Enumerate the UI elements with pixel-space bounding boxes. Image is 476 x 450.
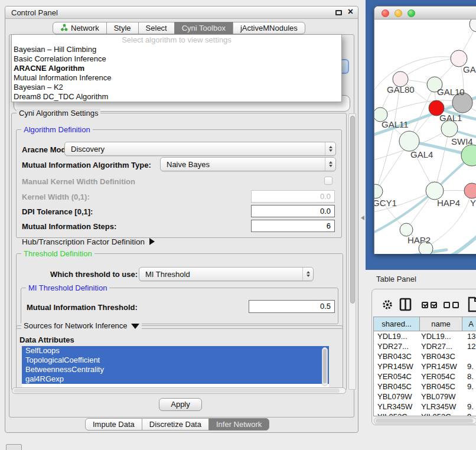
gear-icon[interactable]	[382, 299, 393, 313]
sources-title[interactable]: Sources for Network Inference	[21, 321, 142, 330]
attributes-list-scrollbar-thumb[interactable]	[323, 349, 327, 383]
mi-algorithm-type-value: Naive Bayes	[167, 160, 210, 169]
manual-kernel-width-checkbox[interactable]	[324, 177, 332, 185]
threshold-definition-title: Threshold Definition	[21, 249, 94, 258]
network-edge[interactable]	[435, 129, 449, 191]
checked-box-icon	[422, 302, 428, 308]
table-horizontal-scrollbar-thumb[interactable]	[376, 419, 473, 423]
bottom-tab-impute-data[interactable]: Impute Data	[85, 418, 142, 431]
apply-button[interactable]: Apply	[159, 398, 202, 411]
deselect-all-checks-icon[interactable]	[444, 302, 459, 308]
collapsed-arrow-icon	[149, 238, 155, 245]
mi-threshold-field[interactable]: 0.5	[249, 300, 335, 313]
aracne-mode-combo[interactable]: Discovery	[64, 142, 336, 156]
table-cell: YDR27...	[420, 341, 462, 351]
settings-vertical-scrollbar[interactable]	[348, 113, 356, 390]
tab-select[interactable]: Select	[138, 22, 175, 34]
column-header-name[interactable]: name	[420, 317, 462, 331]
network-node-label: GAL	[463, 64, 476, 74]
close-icon[interactable]: ×	[348, 6, 353, 17]
table-row[interactable]: YDR27...YDR27...12	[374, 341, 476, 351]
network-edge[interactable]	[400, 58, 459, 79]
network-node-hap4[interactable]	[426, 182, 444, 200]
table-row[interactable]: YBL079WYBL079W	[374, 392, 476, 402]
algorithm-option-dream8-dc-tdc-algorithm[interactable]: Dream8 DC_TDC Algorithm	[12, 92, 341, 102]
hub-transcription-factor-label: Hub/Transcription Factor Definition	[22, 237, 145, 246]
table-row[interactable]: YPR145WYPR145W9.	[374, 361, 476, 371]
kernel-width-field[interactable]: 0.0	[251, 190, 335, 203]
attribute-item-selfloops[interactable]: SelfLoops	[22, 346, 329, 356]
float-window-icon[interactable]	[335, 10, 342, 15]
network-node-label: GAL4	[410, 149, 433, 159]
table-row[interactable]: YDL19...YDL19...13	[374, 331, 476, 341]
table-cell: YBR045C	[374, 381, 420, 392]
column-header-a[interactable]: A	[462, 317, 476, 331]
network-node[interactable]	[441, 120, 458, 137]
network-edge[interactable]	[374, 250, 446, 254]
table-row[interactable]: YER054CYER054C8.	[374, 371, 476, 381]
table-cell: YBR043C	[374, 351, 420, 361]
table-cell: YPR145W	[420, 361, 462, 371]
table-row[interactable]: YLR345WYLR345W9.	[374, 402, 476, 412]
table-row[interactable]: YIL052CYIL052C9	[374, 412, 476, 416]
network-node-y[interactable]	[464, 183, 476, 198]
columns-icon[interactable]	[399, 298, 412, 314]
select-all-checks-icon[interactable]	[422, 302, 437, 308]
tab-style[interactable]: Style	[106, 22, 139, 34]
network-node-label: GAL11	[382, 119, 409, 129]
which-threshold-value: MI Threshold	[145, 270, 190, 279]
attribute-item-betweennesscentrality[interactable]: BetweennessCentrality	[22, 365, 329, 374]
network-edge[interactable]	[451, 234, 476, 254]
dpi-tolerance-field[interactable]: 0.0	[251, 205, 335, 217]
network-node-hap2[interactable]	[400, 223, 413, 236]
table-cell: 13	[462, 331, 476, 341]
settings-vertical-scrollbar-thumb[interactable]	[350, 116, 355, 304]
table-row[interactable]: YBR045CYBR045C9.	[374, 381, 476, 392]
mi-steps-field[interactable]: 6	[251, 220, 335, 232]
column-header-shared[interactable]: shared...	[374, 317, 420, 331]
splitter-collapse-icon[interactable]	[361, 216, 364, 220]
network-node-gcy1[interactable]	[374, 184, 383, 198]
control-panel-title: Control Panel	[11, 8, 58, 17]
table-cell: YBL079W	[420, 392, 462, 402]
table-row[interactable]: YBR043CYBR043C	[374, 351, 476, 361]
tab-cyni-toolbox[interactable]: Cyni Toolbox	[174, 22, 233, 34]
mi-algorithm-type-combo[interactable]: Naive Bayes	[160, 157, 336, 171]
bottom-tab-discretize-data[interactable]: Discretize Data	[142, 418, 209, 431]
tab-network[interactable]: Network	[53, 22, 107, 34]
settings-horizontal-scrollbar[interactable]	[12, 387, 346, 394]
aracne-mode-value: Discovery	[71, 145, 105, 154]
network-node-gal4[interactable]	[399, 131, 419, 151]
network-window-titlebar[interactable]	[374, 6, 476, 19]
algorithm-dropdown: Select algorithm to view settings Bayesi…	[11, 34, 342, 102]
zoom-traffic-light-icon[interactable]	[407, 9, 415, 17]
hub-transcription-factor-section[interactable]: Hub/Transcription Factor Definition	[22, 237, 155, 246]
tab-jactivemnodules[interactable]: jActiveMNodules	[233, 22, 305, 34]
floating-grip-button[interactable]	[6, 444, 22, 450]
attribute-item-topologicalcoefficient[interactable]: TopologicalCoefficient	[22, 356, 329, 365]
minimize-traffic-light-icon[interactable]	[395, 9, 402, 17]
cyni-algorithm-settings-title: Cyni Algorithm Settings	[17, 109, 100, 118]
network-node-label: SWI4	[451, 136, 473, 146]
algorithm-option-aracne-algorithm[interactable]: ARACNE Algorithm	[12, 64, 341, 73]
algorithm-option-basic-correlation-inference[interactable]: Basic Correlation Inference	[12, 54, 341, 64]
network-canvas[interactable]: GALGAL80GAL10GAL1GAL11GAL4SWI4GCY1HAP4YH…	[374, 19, 476, 254]
table-cell: YDR27...	[374, 341, 420, 351]
which-threshold-combo[interactable]: MI Threshold	[139, 267, 314, 281]
new-table-icon[interactable]	[468, 296, 476, 315]
algorithm-option-bayesian-hill-climbing[interactable]: Bayesian – Hill Climbing	[12, 45, 341, 54]
table-horizontal-scrollbar[interactable]	[374, 418, 476, 424]
table-cell: 9	[462, 412, 476, 416]
sources-title-text: Sources for Network Inference	[24, 321, 128, 330]
table-cell: YER054C	[420, 371, 462, 381]
attributes-list-scrollbar[interactable]	[322, 347, 328, 386]
algorithm-option-bayesian-k2[interactable]: Bayesian – K2	[12, 83, 341, 92]
network-node[interactable]	[470, 19, 476, 32]
app-root: Control Panel × NetworkStyleSelectCyni T…	[0, 0, 476, 450]
close-traffic-light-icon[interactable]	[382, 9, 389, 17]
attribute-item-gal4rgexp[interactable]: gal4RGexp	[22, 374, 329, 384]
bottom-tab-infer-network[interactable]: Infer Network	[208, 418, 269, 431]
kernel-width-label: Kernel Width (0,1):	[22, 193, 90, 201]
settings-horizontal-scrollbar-thumb[interactable]	[14, 389, 340, 393]
algorithm-option-mutual-information-inference[interactable]: Mutual Information Inference	[12, 73, 341, 83]
